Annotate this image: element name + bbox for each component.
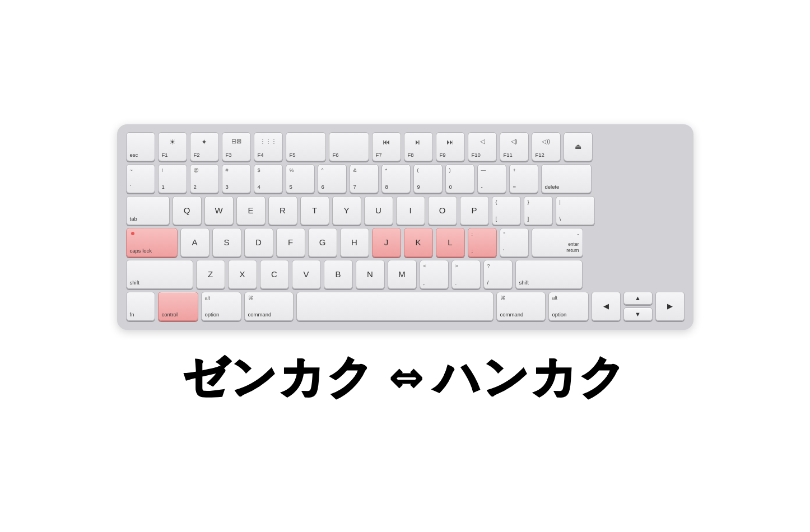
key-period[interactable]: > . (451, 260, 481, 289)
key-f8[interactable]: ⏯ F8 (404, 132, 433, 161)
key-minus[interactable]: — - (477, 164, 506, 193)
key-command-right[interactable]: ⌘ command (496, 292, 546, 321)
f6-label: F6 (333, 152, 339, 158)
key-f2[interactable]: ✦ F2 (190, 132, 219, 161)
key-tab[interactable]: tab (126, 196, 170, 225)
key-backslash[interactable]: | \ (556, 196, 595, 225)
key-f12[interactable]: ◁)) F12 (532, 132, 561, 161)
key-equals[interactable]: + = (509, 164, 538, 193)
key-q[interactable]: Q (173, 196, 202, 225)
key-g[interactable]: G (308, 228, 337, 257)
f1-label: F1 (162, 152, 168, 158)
key-s[interactable]: S (212, 228, 241, 257)
key-f4[interactable]: ⋮⋮⋮ F4 (254, 132, 283, 161)
arrow-up-down-group: ▲ ▼ (623, 292, 653, 321)
key-a[interactable]: A (180, 228, 210, 257)
key-f7[interactable]: ⏮ F7 (372, 132, 401, 161)
key-f[interactable]: F (276, 228, 305, 257)
esc-label: esc (130, 152, 138, 158)
key-p[interactable]: P (460, 196, 489, 225)
f7-label: F7 (376, 152, 382, 158)
key-c[interactable]: C (260, 260, 289, 289)
bottom-label: ゼンカク ⇔ ハンカク (183, 348, 627, 408)
key-shift-right[interactable]: shift (515, 260, 583, 289)
arrow-icon: ⇔ (389, 354, 421, 402)
key-0[interactable]: ) 0 (445, 164, 474, 193)
key-h[interactable]: H (340, 228, 369, 257)
key-4[interactable]: $ 4 (254, 164, 283, 193)
f2-label: F2 (194, 152, 200, 158)
key-option-left[interactable]: alt option (201, 292, 241, 321)
key-3[interactable]: # 3 (222, 164, 251, 193)
key-f1[interactable]: ☀ F1 (158, 132, 187, 161)
key-y[interactable]: Y (332, 196, 361, 225)
key-eject[interactable]: ⏏ (564, 132, 593, 161)
key-esc[interactable]: esc (126, 132, 155, 161)
key-enter[interactable]: " enterreturn (532, 228, 583, 257)
f3-label: F3 (226, 152, 232, 158)
key-f3[interactable]: ⊟⊠ F3 (222, 132, 251, 161)
key-6[interactable]: ^ 6 (318, 164, 347, 193)
key-w[interactable]: W (204, 196, 234, 225)
key-space[interactable] (296, 292, 494, 321)
key-n[interactable]: N (356, 260, 385, 289)
key-j[interactable]: J (372, 228, 401, 257)
bottom-row: fn control alt option ⌘ command ⌘ comman… (126, 292, 685, 321)
key-b[interactable]: B (324, 260, 353, 289)
key-f9[interactable]: ⏭ F9 (436, 132, 465, 161)
key-command-left[interactable]: ⌘ command (244, 292, 294, 321)
key-v[interactable]: V (292, 260, 321, 289)
zen-text: ゼンカク (183, 348, 375, 408)
key-control[interactable]: control (158, 292, 198, 321)
key-l[interactable]: L (436, 228, 465, 257)
key-arrow-down[interactable]: ▼ (623, 307, 653, 321)
key-m[interactable]: M (388, 260, 417, 289)
key-5[interactable]: % 5 (286, 164, 315, 193)
key-9[interactable]: ( 9 (413, 164, 443, 193)
key-semicolon[interactable]: : ; (468, 228, 497, 257)
key-u[interactable]: U (364, 196, 393, 225)
key-slash[interactable]: ? / (483, 260, 513, 289)
key-k[interactable]: K (404, 228, 433, 257)
key-f6[interactable]: F6 (329, 132, 369, 161)
key-7[interactable]: & 7 (350, 164, 379, 193)
key-d[interactable]: D (244, 228, 273, 257)
f11-label: F11 (504, 152, 513, 158)
key-arrow-up[interactable]: ▲ (623, 292, 653, 305)
key-e[interactable]: E (236, 196, 266, 225)
key-t[interactable]: T (300, 196, 329, 225)
key-2[interactable]: @ 2 (190, 164, 219, 193)
f10-label: F10 (472, 152, 481, 158)
key-x[interactable]: X (228, 260, 257, 289)
f5-label: F5 (290, 152, 296, 158)
key-1[interactable]: ! 1 (158, 164, 187, 193)
key-shift-left[interactable]: shift (126, 260, 193, 289)
f9-label: F9 (440, 152, 446, 158)
shift-row: shift Z X C V B N M < , > . ? / shift (126, 260, 685, 289)
function-row: esc ☀ F1 ✦ F2 ⊟⊠ F3 ⋮⋮⋮ F4 (126, 132, 685, 161)
key-o[interactable]: O (428, 196, 457, 225)
f12-label: F12 (536, 152, 544, 158)
home-row: caps lock A S D F G H J K L : ; " ' " en… (126, 228, 685, 257)
key-bracket-close[interactable]: } ] (524, 196, 553, 225)
key-8[interactable]: * 8 (381, 164, 411, 193)
key-comma[interactable]: < , (420, 260, 449, 289)
key-arrow-right[interactable]: ▶ (655, 292, 685, 321)
number-row: ~ ` ! 1 @ 2 # 3 $ 4 % 5 (126, 164, 685, 193)
key-capslock[interactable]: caps lock (126, 228, 178, 257)
key-backtick[interactable]: ~ ` (126, 164, 155, 193)
key-arrow-left[interactable]: ◀ (592, 292, 621, 321)
key-r[interactable]: R (268, 196, 297, 225)
key-f10[interactable]: ◁ F10 (468, 132, 497, 161)
key-delete[interactable]: delete (541, 164, 592, 193)
key-f5[interactable]: F5 (286, 132, 326, 161)
key-option-right[interactable]: alt option (548, 292, 589, 321)
key-fn[interactable]: fn (126, 292, 155, 321)
qwerty-row: tab Q W E R T Y U I O P { [ } ] | \ (126, 196, 685, 225)
key-bracket-open[interactable]: { [ (492, 196, 521, 225)
key-quote[interactable]: " ' (500, 228, 529, 257)
key-z[interactable]: Z (196, 260, 225, 289)
key-i[interactable]: I (396, 196, 425, 225)
key-f11[interactable]: ◁) F11 (500, 132, 529, 161)
capslock-indicator (131, 232, 134, 235)
